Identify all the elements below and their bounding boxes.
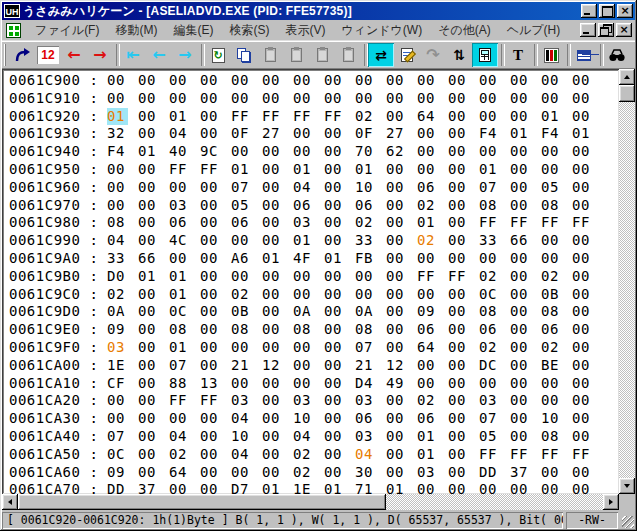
move-forward-button[interactable]: → (87, 43, 113, 67)
hex-byte[interactable]: 00 (510, 357, 527, 375)
hex-byte[interactable]: 00 (510, 197, 527, 215)
hex-byte[interactable]: 00 (138, 339, 155, 357)
hex-byte[interactable]: 00 (448, 339, 465, 357)
paste-button-1[interactable] (257, 43, 283, 67)
menu-move[interactable]: 移動(M) (107, 20, 165, 40)
hex-byte[interactable]: 37 (510, 464, 527, 482)
hex-byte[interactable]: 00 (293, 286, 310, 304)
hex-byte[interactable]: 00 (386, 268, 403, 286)
hex-byte[interactable]: 66 (138, 250, 155, 268)
hex-byte[interactable]: 00 (510, 268, 527, 286)
table-view-button[interactable] (571, 43, 597, 67)
resize-grip[interactable] (621, 512, 635, 529)
hex-byte[interactable]: 00 (448, 143, 465, 161)
hex-byte[interactable]: 00 (324, 286, 341, 304)
hex-byte[interactable]: 00 (324, 268, 341, 286)
hex-byte[interactable]: 00 (479, 108, 496, 126)
hex-byte[interactable]: 0C (169, 303, 186, 321)
hex-byte[interactable]: 04 (169, 125, 186, 143)
hex-byte[interactable]: FF (572, 446, 589, 464)
hex-byte[interactable]: 00 (262, 179, 279, 197)
hex-byte[interactable]: 00 (417, 161, 434, 179)
hex-byte[interactable]: 33 (479, 232, 496, 250)
hex-byte[interactable]: 00 (262, 410, 279, 428)
hex-byte[interactable]: 27 (386, 125, 403, 143)
menu-window[interactable]: ウィンドウ(W) (333, 20, 430, 40)
hex-byte[interactable]: 00 (386, 428, 403, 446)
hex-byte[interactable]: 01 (541, 108, 558, 126)
hex-byte[interactable]: 00 (200, 428, 217, 446)
hex-byte[interactable]: 00 (386, 108, 403, 126)
hex-byte[interactable]: 00 (417, 481, 434, 494)
hex-byte[interactable]: 00 (138, 108, 155, 126)
hex-byte[interactable]: 13 (200, 375, 217, 393)
hex-byte[interactable]: 30 (355, 464, 372, 482)
hex-byte[interactable]: 00 (138, 90, 155, 108)
hex-byte[interactable]: DC (479, 357, 496, 375)
mdi-close-button[interactable]: × (616, 23, 632, 37)
hex-byte[interactable]: 62 (386, 143, 403, 161)
hex-byte[interactable]: 02 (479, 339, 496, 357)
hex-byte[interactable]: 00 (448, 125, 465, 143)
mdi-child-icon[interactable] (6, 23, 21, 38)
hex-byte[interactable]: 00 (262, 392, 279, 410)
hex-byte[interactable]: 00 (572, 410, 589, 428)
hex-byte[interactable]: 01 (231, 161, 248, 179)
hex-byte[interactable]: 00 (262, 339, 279, 357)
hex-byte[interactable]: 04 (293, 179, 310, 197)
hex-byte[interactable]: 06 (169, 214, 186, 232)
hex-byte[interactable]: 00 (386, 339, 403, 357)
hex-byte[interactable]: 00 (510, 72, 527, 90)
hex-byte[interactable]: 00 (448, 357, 465, 375)
hex-byte[interactable]: 00 (138, 72, 155, 90)
hex-byte[interactable]: 01 (262, 481, 279, 494)
hex-byte[interactable]: 00 (324, 303, 341, 321)
hex-byte[interactable]: FF (448, 268, 465, 286)
hex-byte[interactable]: FF (541, 446, 558, 464)
hex-byte[interactable]: 08 (479, 303, 496, 321)
hex-byte[interactable]: 08 (541, 197, 558, 215)
hex-byte[interactable]: 00 (572, 143, 589, 161)
hex-byte[interactable]: 08 (355, 321, 372, 339)
hex-byte[interactable]: 00 (448, 446, 465, 464)
hex-byte[interactable]: 01 (479, 161, 496, 179)
hex-byte[interactable]: 01 (572, 125, 589, 143)
hex-byte[interactable]: 04 (231, 446, 248, 464)
hex-byte[interactable]: 03 (479, 392, 496, 410)
hex-byte[interactable]: 00 (572, 357, 589, 375)
hex-byte[interactable]: 00 (386, 179, 403, 197)
hex-byte[interactable]: 05 (541, 179, 558, 197)
hex-byte[interactable]: FF (510, 446, 527, 464)
hex-byte[interactable]: 00 (448, 197, 465, 215)
hex-byte[interactable]: 01 (169, 339, 186, 357)
goto-top-button[interactable]: ⇤ (120, 43, 146, 67)
hex-byte[interactable]: 01 (324, 481, 341, 494)
calculator-button[interactable] (472, 43, 498, 67)
hex-byte[interactable]: 00 (231, 268, 248, 286)
hex-byte[interactable]: 00 (324, 72, 341, 90)
hex-byte[interactable]: 00 (479, 72, 496, 90)
hex-byte[interactable]: 00 (417, 286, 434, 304)
hex-byte[interactable]: 00 (107, 161, 124, 179)
hex-byte[interactable]: 00 (448, 90, 465, 108)
menu-search[interactable]: 検索(S) (221, 20, 277, 40)
scroll-up-button[interactable] (619, 69, 635, 85)
hex-byte[interactable]: 00 (324, 410, 341, 428)
hex-byte[interactable]: 03 (355, 392, 372, 410)
hex-byte[interactable]: 00 (572, 108, 589, 126)
hex-byte[interactable]: 00 (510, 161, 527, 179)
hex-byte[interactable]: 00 (448, 161, 465, 179)
hex-byte[interactable]: 0A (355, 303, 372, 321)
hex-byte[interactable]: 1E (293, 481, 310, 494)
hex-byte[interactable]: 00 (386, 392, 403, 410)
page-forward-button[interactable]: → (172, 43, 198, 67)
hex-byte[interactable]: 00 (417, 375, 434, 393)
hex-byte[interactable]: 00 (262, 90, 279, 108)
hex-byte[interactable]: 00 (262, 286, 279, 304)
hex-byte[interactable]: 01 (138, 143, 155, 161)
hex-byte[interactable]: 09 (417, 303, 434, 321)
hex-byte[interactable]: 88 (169, 375, 186, 393)
hex-byte[interactable]: 00 (169, 179, 186, 197)
hex-byte[interactable]: 00 (510, 143, 527, 161)
hex-byte[interactable]: 00 (138, 375, 155, 393)
